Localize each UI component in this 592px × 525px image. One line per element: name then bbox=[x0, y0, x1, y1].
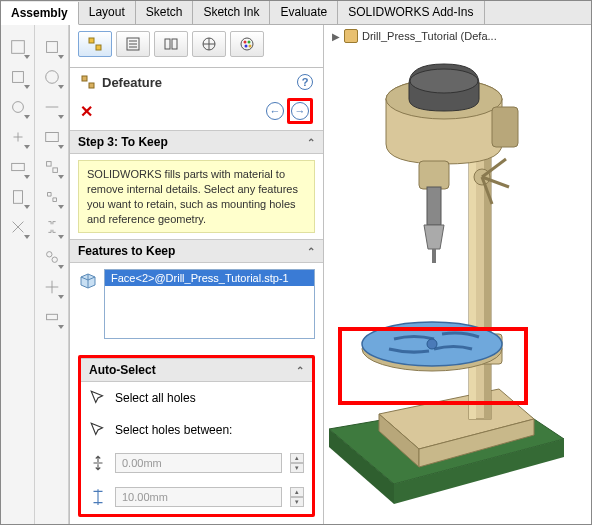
svg-rect-13 bbox=[89, 38, 94, 43]
property-manager-panel: Defeature ? ✕ ← → Step 3: To Keep ⌃ SOLI… bbox=[70, 25, 324, 524]
cursor-icon bbox=[89, 389, 107, 407]
document-name: Drill_Press_Tutorial (Defa... bbox=[362, 30, 497, 42]
tool-btn-8[interactable] bbox=[38, 33, 66, 61]
tab-evaluate[interactable]: Evaluate bbox=[270, 1, 338, 24]
chevron-up-icon: ⌃ bbox=[307, 137, 315, 148]
tool-btn-14[interactable] bbox=[38, 213, 66, 241]
tool-btn-4[interactable] bbox=[4, 123, 32, 151]
tool-btn-17[interactable] bbox=[38, 303, 66, 331]
svg-rect-38 bbox=[432, 249, 436, 263]
svg-rect-9 bbox=[52, 168, 57, 173]
spin-up[interactable]: ▴ bbox=[290, 453, 304, 463]
svg-rect-37 bbox=[427, 187, 441, 225]
svg-point-10 bbox=[46, 252, 51, 257]
step-header[interactable]: Step 3: To Keep ⌃ bbox=[70, 130, 323, 154]
tab-addins[interactable]: SOLIDWORKS Add-Ins bbox=[338, 1, 484, 24]
svg-rect-1 bbox=[12, 72, 23, 83]
panel-tab-property-manager[interactable] bbox=[116, 31, 150, 57]
panel-tab-row bbox=[70, 25, 323, 68]
svg-rect-17 bbox=[172, 39, 177, 49]
svg-rect-16 bbox=[165, 39, 170, 49]
svg-point-11 bbox=[52, 257, 57, 262]
svg-point-2 bbox=[12, 102, 23, 113]
svg-point-19 bbox=[241, 38, 253, 50]
svg-point-22 bbox=[245, 45, 248, 48]
select-holes-between-row[interactable]: Select holes between: bbox=[81, 414, 312, 446]
select-all-holes-row[interactable]: Select all holes bbox=[81, 382, 312, 414]
tool-btn-3[interactable] bbox=[4, 93, 32, 121]
tool-btn-5[interactable] bbox=[4, 153, 32, 181]
tool-btn-1[interactable] bbox=[4, 33, 32, 61]
left-toolbar-group bbox=[1, 25, 70, 524]
spin-up[interactable]: ▴ bbox=[290, 487, 304, 497]
back-button[interactable]: ← bbox=[266, 102, 284, 120]
svg-rect-0 bbox=[11, 41, 24, 54]
selection-item[interactable]: Face<2>@Drill_Press_Tutorial.stp-1 bbox=[105, 270, 314, 286]
tool-btn-7[interactable] bbox=[4, 213, 32, 241]
tool-btn-6[interactable] bbox=[4, 183, 32, 211]
svg-rect-25 bbox=[89, 83, 94, 88]
svg-point-21 bbox=[248, 41, 251, 44]
close-button[interactable]: ✕ bbox=[80, 102, 93, 121]
drill-press-model[interactable] bbox=[324, 49, 574, 525]
instruction-text: SOLIDWORKS fills parts with material to … bbox=[78, 160, 315, 233]
flyout-tree-root[interactable]: ▶ Drill_Press_Tutorial (Defa... bbox=[332, 29, 497, 43]
panel-tab-feature-tree[interactable] bbox=[78, 31, 112, 57]
svg-rect-3 bbox=[11, 163, 24, 170]
tool-btn-13[interactable] bbox=[38, 183, 66, 211]
svg-rect-8 bbox=[46, 162, 51, 167]
svg-point-20 bbox=[244, 41, 247, 44]
forward-highlight: → bbox=[287, 98, 313, 124]
svg-rect-14 bbox=[96, 45, 101, 50]
cursor-icon bbox=[89, 421, 107, 439]
tool-btn-2[interactable] bbox=[4, 63, 32, 91]
tab-sketch[interactable]: Sketch bbox=[136, 1, 194, 24]
max-hole-input[interactable] bbox=[115, 487, 282, 507]
chevron-up-icon: ⌃ bbox=[307, 246, 315, 257]
tool-btn-11[interactable] bbox=[38, 123, 66, 151]
tab-sketch-ink[interactable]: Sketch Ink bbox=[193, 1, 270, 24]
forward-button[interactable]: → bbox=[291, 102, 309, 120]
face-icon bbox=[78, 271, 98, 291]
panel-tab-configurations[interactable] bbox=[154, 31, 188, 57]
table-highlight bbox=[338, 327, 528, 405]
panel-tab-appearances[interactable] bbox=[230, 31, 264, 57]
vertical-toolbar-1 bbox=[1, 25, 35, 524]
tool-btn-12[interactable] bbox=[38, 153, 66, 181]
panel-tab-dimxpert[interactable] bbox=[192, 31, 226, 57]
tool-btn-15[interactable] bbox=[38, 243, 66, 271]
svg-rect-43 bbox=[492, 107, 518, 147]
defeature-icon bbox=[80, 74, 96, 90]
svg-point-23 bbox=[249, 45, 252, 48]
svg-rect-4 bbox=[13, 191, 22, 204]
tool-btn-10[interactable] bbox=[38, 93, 66, 121]
min-hole-input[interactable] bbox=[115, 453, 282, 473]
auto-select-header[interactable]: Auto-Select ⌃ bbox=[81, 358, 312, 382]
min-dimension-icon bbox=[89, 454, 107, 472]
max-dimension-icon bbox=[89, 488, 107, 506]
svg-rect-7 bbox=[45, 133, 58, 142]
vertical-toolbar-2 bbox=[35, 25, 69, 524]
defeature-title: Defeature bbox=[80, 74, 162, 90]
svg-point-35 bbox=[410, 69, 478, 93]
graphics-viewport[interactable]: ▶ Drill_Press_Tutorial (Defa... bbox=[324, 25, 591, 524]
expand-icon[interactable]: ▶ bbox=[332, 31, 340, 42]
svg-rect-5 bbox=[46, 42, 57, 53]
selection-list[interactable]: Face<2>@Drill_Press_Tutorial.stp-1 bbox=[104, 269, 315, 339]
spin-down[interactable]: ▾ bbox=[290, 497, 304, 507]
svg-rect-36 bbox=[419, 161, 449, 189]
svg-point-6 bbox=[45, 71, 58, 84]
tab-layout[interactable]: Layout bbox=[79, 1, 136, 24]
svg-rect-12 bbox=[46, 314, 57, 319]
features-to-keep-header[interactable]: Features to Keep ⌃ bbox=[70, 239, 323, 263]
spin-down[interactable]: ▾ bbox=[290, 463, 304, 473]
tool-btn-16[interactable] bbox=[38, 273, 66, 301]
help-icon[interactable]: ? bbox=[297, 74, 313, 90]
tab-assembly[interactable]: Assembly bbox=[1, 2, 79, 25]
chevron-up-icon: ⌃ bbox=[296, 365, 304, 376]
select-holes-between-label: Select holes between: bbox=[115, 423, 232, 437]
auto-select-highlight: Auto-Select ⌃ Select all holes Select ho… bbox=[78, 355, 315, 517]
ribbon-tabs: Assembly Layout Sketch Sketch Ink Evalua… bbox=[1, 1, 591, 25]
tool-btn-9[interactable] bbox=[38, 63, 66, 91]
svg-rect-24 bbox=[82, 76, 87, 81]
